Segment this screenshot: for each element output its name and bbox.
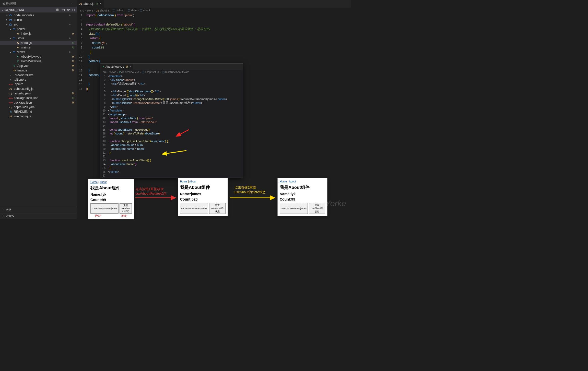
chevron-icon: > — [5, 19, 9, 21]
sidebar-more-icon[interactable]: ··· — [69, 2, 74, 6]
preview-btn2[interactable]: 重置useAbout的状态 — [120, 203, 132, 214]
close-icon[interactable]: × — [130, 65, 131, 68]
tree-item-jsconfig-json[interactable]: {..}jsconfig.jsonM — [0, 91, 77, 96]
code-line[interactable]: state() { — [86, 31, 100, 36]
tree-item--npmrc[interactable]: npm.npmrc — [0, 82, 77, 86]
collapse-icon[interactable]: ⊟ — [72, 8, 75, 12]
tree-item-HomeView-vue[interactable]: VHomeView.vueM — [0, 59, 77, 64]
code-line[interactable]: </script> — [108, 170, 119, 174]
code-line[interactable]: return { — [86, 36, 101, 41]
line-number: 2 — [77, 18, 86, 22]
home-link[interactable]: Home — [280, 180, 287, 183]
code-line[interactable]: <script setup> — [108, 113, 126, 116]
breadcrumb-part[interactable]: views — [110, 70, 116, 73]
code-line[interactable]: aboutStore.count = num — [108, 143, 143, 147]
code-line[interactable]: import { storeToRefs } from 'pinia'; — [108, 116, 154, 120]
code-line[interactable]: </div> — [108, 105, 118, 109]
code-line[interactable]: } — [86, 82, 90, 86]
code-line[interactable]: function resetUseAboutState() { — [108, 158, 151, 162]
preview-btn1[interactable]: count=520&name=james — [180, 203, 208, 214]
preview-btn1[interactable]: count=520&name=james — [90, 203, 119, 214]
code-line[interactable]: let { count } = storeToRefs(aboutStore) — [108, 132, 160, 135]
tree-item-AboutView-vue[interactable]: VAboutView.vueM — [0, 54, 77, 59]
tree-item-router[interactable]: v🗀router — [0, 27, 77, 31]
tree-item-about-js[interactable]: JSabout.jsU — [0, 41, 77, 45]
breadcrumb-part[interactable]: store — [87, 9, 93, 12]
code-line[interactable]: } — [108, 151, 111, 155]
code-line[interactable]: const aboutStore = useAbout() — [108, 128, 150, 132]
code-line[interactable]: import { defineStore } from "pinia"; — [86, 13, 134, 18]
breadcrumb-part[interactable]: ⬚ default — [113, 9, 124, 12]
breadcrumb-part[interactable]: JS about.js — [96, 9, 110, 12]
tree-item-main-js[interactable]: JSmain.jsM — [0, 68, 77, 73]
breadcrumb-part[interactable]: src — [103, 70, 107, 73]
code-line[interactable]: aboutStore.$reset() — [108, 162, 137, 166]
new-file-icon[interactable]: 🗎 — [56, 8, 59, 12]
tab-aboutview[interactable]: V AboutView.vue M × — [100, 64, 133, 70]
code-line[interactable]: <h1>我是About组件</h1> — [108, 82, 146, 86]
about-link[interactable]: About — [289, 180, 296, 183]
code-line[interactable]: <button @click="changeUseAboutState(520,… — [108, 97, 227, 101]
project-header[interactable]: ⌄03_VUE_PINIA 🗎 🗀 ⟳ ⊟ — [0, 7, 77, 13]
code-line[interactable]: actions:{ — [86, 73, 101, 77]
code-line[interactable]: function changeUseAboutState(num,name) { — [108, 139, 168, 143]
tree-item-public[interactable]: >🗀public — [0, 18, 77, 22]
tree-item-babel-config-js[interactable]: JSbabel.config.js — [0, 86, 77, 91]
tree-item-package-lock-json[interactable]: npmpackage-lock.jsonU — [0, 96, 77, 100]
tree-item-views[interactable]: v🗀views — [0, 50, 77, 54]
tree-item-main-js[interactable]: JSmain.jsU — [0, 45, 77, 50]
timeline-section[interactable]: ›时间线 — [0, 213, 77, 219]
home-link[interactable]: Home — [180, 180, 187, 183]
code-line[interactable]: aboutStore.name = name — [108, 147, 145, 151]
tree-item--browserslistrc[interactable]: ▫.browserslistrc — [0, 73, 77, 77]
tree-item-store[interactable]: v🗀store — [0, 36, 77, 41]
about-link[interactable]: About — [189, 180, 196, 183]
tab-aboutjs[interactable]: JS about.js U × — [77, 0, 104, 8]
about-link[interactable]: About — [100, 180, 107, 183]
code-line[interactable]: <div class="about"> — [108, 78, 136, 82]
popup-breadcrumb[interactable]: src›views›V AboutView.vue›⬚ script setup… — [100, 70, 243, 74]
code-line[interactable]: getters:{ — [86, 59, 100, 64]
tree-item--gitignore[interactable]: ▫.gitignore — [0, 77, 77, 82]
code-line[interactable]: } — [108, 166, 111, 170]
code-line[interactable]: <template> — [108, 74, 123, 78]
code-line[interactable]: }, — [86, 54, 90, 59]
preview-btn2[interactable]: 重置useAbout的状态 — [209, 203, 226, 214]
tree-item-node_modules[interactable]: >🗀node_modules — [0, 13, 77, 18]
new-folder-icon[interactable]: 🗀 — [62, 8, 65, 12]
breadcrumb-part[interactable]: ⬚ state — [127, 9, 137, 12]
code-line[interactable]: } — [86, 50, 91, 54]
tree-item-App-vue[interactable]: VApp.vueM — [0, 64, 77, 68]
code-line[interactable]: }, — [86, 68, 90, 73]
tree-item-src[interactable]: v🗀src — [0, 22, 77, 27]
code-line[interactable]: </template> — [108, 109, 124, 113]
home-link[interactable]: Home — [90, 180, 98, 183]
code-line[interactable]: // id:'about',//如果defined 不传入第一个参数，那么我们可… — [86, 27, 210, 31]
breadcrumb-part[interactable]: ⬚ script setup — [142, 70, 159, 73]
code-line[interactable]: <h2>Name:{{aboutStore.name}}</h2> — [108, 90, 161, 93]
tree-item-index-js[interactable]: JSindex.jsM — [0, 31, 77, 36]
preview-btn1[interactable]: count=520&name=james — [280, 203, 308, 214]
code-line[interactable]: <button @click="resetUseAboutState">重置us… — [108, 101, 203, 105]
code-line[interactable]: import useAbout from '../store/about' — [108, 120, 157, 124]
breadcrumb-part[interactable]: src — [80, 9, 84, 12]
code-line[interactable]: <h2>Count:{{count}}</h2> — [108, 93, 145, 97]
preview-btn2[interactable]: 重置useAbout的状态 — [309, 203, 325, 214]
outline-section[interactable]: ›大纲 — [0, 207, 77, 213]
refresh-icon[interactable]: ⟳ — [67, 8, 70, 12]
breadcrumb-part[interactable]: V AboutView.vue — [119, 70, 139, 73]
file-name: src — [14, 23, 77, 26]
code-line[interactable]: count:99 — [86, 45, 104, 50]
tree-item-README-md[interactable]: ⓂREADME.md — [0, 109, 77, 114]
breadcrumb[interactable]: src›store›JS about.js›⬚ default›⬚ state›… — [77, 8, 351, 13]
tree-item-package-json[interactable]: npmpackage.jsonM — [0, 100, 77, 105]
tree-item-pnpm-lock-yaml[interactable]: {..}pnpm-lock.yaml — [0, 105, 77, 109]
close-icon[interactable]: × — [99, 2, 101, 6]
tree-item-vue-config-js[interactable]: JSvue.config.js — [0, 114, 77, 119]
code-line[interactable]: }) — [86, 86, 88, 91]
breadcrumb-part[interactable]: ⬚ resetUseAboutState — [162, 70, 189, 73]
popup-code-editor[interactable]: 1<template>2 <div class="about">3 <h1>我是… — [100, 74, 243, 178]
code-line[interactable]: name:'lyk', — [86, 41, 107, 45]
breadcrumb-part[interactable]: ⬚ count — [140, 9, 150, 12]
code-line[interactable]: export default defineStore('about',{ — [86, 22, 135, 27]
